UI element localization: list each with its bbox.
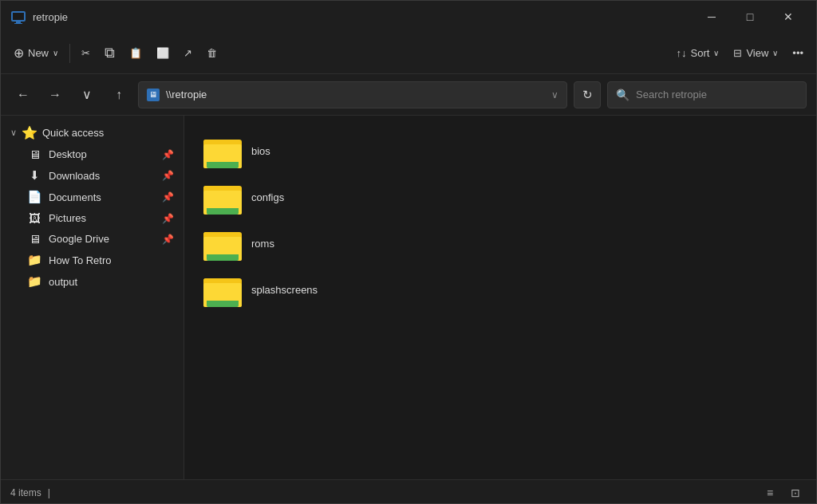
toolbar-separator-1 xyxy=(69,44,70,63)
pin-icon: 📌 xyxy=(162,149,174,160)
item-count: 4 items xyxy=(10,487,41,498)
quick-access-label: Quick access xyxy=(42,127,104,139)
delete-icon: 🗑 xyxy=(207,47,217,59)
new-chevron-icon: ∨ xyxy=(53,49,58,57)
list-view-button[interactable]: ≡ xyxy=(759,483,781,502)
documents-label: Documents xyxy=(49,191,156,203)
view-button[interactable]: ⊟ View ∨ xyxy=(727,39,784,68)
minimize-button[interactable]: ─ xyxy=(693,5,730,29)
quick-access-star-icon: ⭐ xyxy=(22,125,37,140)
splashscreens-folder-name: splashscreens xyxy=(251,284,318,296)
share-icon: ↗ xyxy=(184,47,192,59)
search-icon: 🔍 xyxy=(616,89,630,101)
sort-icon: ↑↓ xyxy=(677,47,687,59)
window-controls: ─ □ ✕ xyxy=(693,5,807,29)
rename-icon: ⬜ xyxy=(156,47,169,59)
sort-chevron-icon: ∨ xyxy=(713,49,719,57)
paste-button[interactable]: 📋 xyxy=(123,39,148,68)
copy-button[interactable]: ⧉ xyxy=(98,39,121,68)
up-button[interactable]: ↑ xyxy=(106,82,132,108)
sidebar-items-list: 🖥 Desktop 📌 ⬇ Downloads 📌 📄 Documents 📌 … xyxy=(1,144,184,292)
status-left: 4 items | xyxy=(10,487,50,498)
quick-access-header[interactable]: ∨ ⭐ Quick access xyxy=(4,122,180,144)
maximize-button[interactable]: □ xyxy=(732,5,768,29)
sidebar: ∨ ⭐ Quick access 🖥 Desktop 📌 ⬇ Downloads… xyxy=(1,116,184,479)
pin-icon: 📌 xyxy=(162,191,174,203)
list-view-icon: ≡ xyxy=(767,486,773,499)
cut-icon: ✂ xyxy=(81,47,90,59)
view-label: View xyxy=(746,47,768,59)
how-to-retro-icon: 📁 xyxy=(26,253,42,267)
title-bar: retropie ─ □ ✕ xyxy=(1,1,816,33)
desktop-label: Desktop xyxy=(49,148,156,160)
svg-rect-2 xyxy=(16,22,21,23)
how-to-retro-label: How To Retro xyxy=(49,254,174,266)
roms-folder-icon xyxy=(203,226,242,261)
configs-folder-name: configs xyxy=(251,191,284,203)
delete-button[interactable]: 🗑 xyxy=(200,39,223,68)
bios-folder-icon xyxy=(203,133,242,168)
google-drive-label: Google Drive xyxy=(49,233,156,245)
recent-button[interactable]: ∨ xyxy=(74,82,100,108)
copy-icon: ⧉ xyxy=(105,45,115,61)
search-input[interactable] xyxy=(636,89,798,100)
sidebar-item-pictures[interactable]: 🖼 Pictures 📌 xyxy=(4,208,180,228)
sidebar-item-how-to-retro[interactable]: 📁 How To Retro xyxy=(4,250,180,270)
status-bar: 4 items | ≡ ⊡ xyxy=(1,479,816,504)
window-title: retropie xyxy=(33,11,693,23)
close-button[interactable]: ✕ xyxy=(770,5,807,29)
configs-folder-icon xyxy=(203,179,242,215)
folders-list: bios configs roms splashscreens xyxy=(197,128,803,312)
sidebar-item-output[interactable]: 📁 output xyxy=(4,271,180,292)
back-button[interactable]: ← xyxy=(10,82,36,108)
address-chevron-icon: ∨ xyxy=(551,89,558,100)
pictures-icon: 🖼 xyxy=(26,211,42,225)
roms-folder-name: roms xyxy=(251,238,274,250)
google-drive-icon: 🖥 xyxy=(26,232,42,246)
paste-icon: 📋 xyxy=(129,47,142,59)
forward-button[interactable]: → xyxy=(42,82,68,108)
status-separator: | xyxy=(48,487,50,498)
sidebar-item-desktop[interactable]: 🖥 Desktop 📌 xyxy=(4,144,180,164)
splashscreens-folder-icon xyxy=(203,272,242,307)
folder-configs[interactable]: configs xyxy=(197,175,803,219)
new-icon: ⊕ xyxy=(14,45,24,61)
rename-button[interactable]: ⬜ xyxy=(150,39,176,68)
view-chevron-icon: ∨ xyxy=(772,49,778,57)
pin-icon: 📌 xyxy=(162,170,174,181)
sidebar-item-google-drive[interactable]: 🖥 Google Drive 📌 xyxy=(4,229,180,249)
desktop-icon: 🖥 xyxy=(26,148,42,161)
path-icon: 🖥 xyxy=(147,89,160,101)
documents-icon: 📄 xyxy=(26,190,42,204)
pin-icon: 📌 xyxy=(162,213,174,224)
folder-bios[interactable]: bios xyxy=(197,128,803,173)
view-icon: ⊟ xyxy=(733,47,742,59)
quick-access-chevron-icon: ∨ xyxy=(10,128,17,138)
share-button[interactable]: ↗ xyxy=(177,39,199,68)
more-icon: ••• xyxy=(792,47,803,59)
pin-icon: 📌 xyxy=(162,234,174,245)
folder-roms[interactable]: roms xyxy=(197,221,803,266)
cut-button[interactable]: ✂ xyxy=(75,39,97,68)
folder-splashscreens[interactable]: splashscreens xyxy=(197,267,803,312)
sidebar-item-documents[interactable]: 📄 Documents 📌 xyxy=(4,187,180,207)
address-input-wrap[interactable]: 🖥 \\retropie ∨ xyxy=(138,81,567,108)
detail-view-icon: ⊡ xyxy=(791,486,800,499)
downloads-icon: ⬇ xyxy=(26,168,42,183)
sort-button[interactable]: ↑↓ Sort ∨ xyxy=(670,39,726,68)
detail-view-button[interactable]: ⊡ xyxy=(784,483,807,502)
address-bar: ← → ∨ ↑ 🖥 \\retropie ∨ ↻ 🔍 xyxy=(1,74,816,116)
sidebar-item-downloads[interactable]: ⬇ Downloads 📌 xyxy=(4,165,180,186)
new-button[interactable]: ⊕ New ∨ xyxy=(7,39,65,68)
address-path: \\retropie xyxy=(166,89,545,100)
pictures-label: Pictures xyxy=(49,212,156,224)
sort-label: Sort xyxy=(691,47,710,59)
more-button[interactable]: ••• xyxy=(786,39,810,68)
svg-rect-3 xyxy=(14,23,22,24)
new-label: New xyxy=(28,47,49,59)
downloads-label: Downloads xyxy=(49,170,156,182)
refresh-button[interactable]: ↻ xyxy=(574,81,601,108)
output-label: output xyxy=(49,276,174,288)
app-icon xyxy=(10,9,26,25)
main-content: ∨ ⭐ Quick access 🖥 Desktop 📌 ⬇ Downloads… xyxy=(1,116,816,479)
